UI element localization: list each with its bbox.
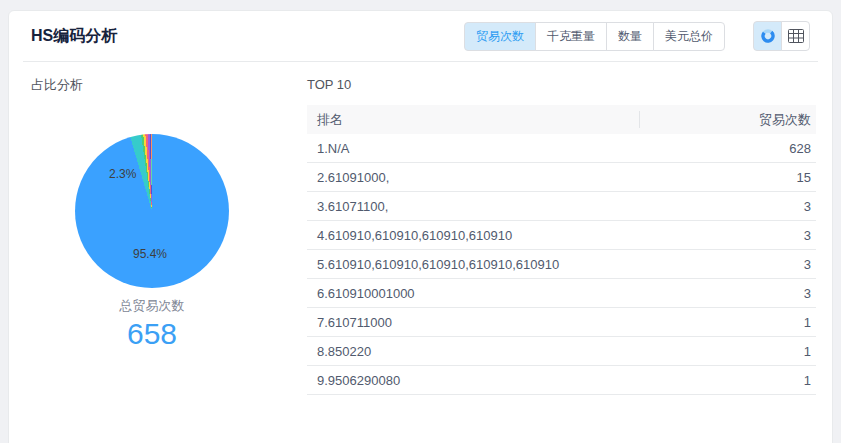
cell-trade-count: 1 <box>639 344 816 359</box>
total-trades-label: 总贸易次数 <box>75 297 229 315</box>
table-row: 3.61071100,3 <box>307 192 816 221</box>
metric-tab[interactable]: 数量 <box>606 22 654 51</box>
cell-rank: 1.N/A <box>307 141 639 156</box>
cell-rank: 8.850220 <box>307 344 639 359</box>
cell-rank: 3.61071100, <box>307 199 639 214</box>
table-row: 4.610910,610910,610910,6109103 <box>307 221 816 250</box>
table-header-row: 排名 贸易次数 <box>307 105 816 134</box>
table-row: 6.6109100010003 <box>307 279 816 308</box>
metric-tab-group: 贸易次数千克重量数量美元总价 <box>464 22 725 51</box>
table-row: 1.N/A628 <box>307 134 816 163</box>
table-row: 8.8502201 <box>307 337 816 366</box>
top10-section-title: TOP 10 <box>307 76 816 94</box>
table-row: 5.610910,610910,610910,610910,6109103 <box>307 250 816 279</box>
cell-rank: 5.610910,610910,610910,610910,610910 <box>307 257 639 272</box>
metric-tab[interactable]: 贸易次数 <box>464 22 536 51</box>
table-row: 7.6107110001 <box>307 308 816 337</box>
cell-trade-count: 15 <box>639 170 816 185</box>
metric-tab[interactable]: 千克重量 <box>535 22 607 51</box>
cell-trade-count: 1 <box>639 315 816 330</box>
metric-tab[interactable]: 美元总价 <box>653 22 725 51</box>
page-title: HS编码分析 <box>31 26 117 47</box>
totals-block: 总贸易次数 658 <box>75 297 229 351</box>
cell-rank: 6.610910001000 <box>307 286 639 301</box>
table-icon <box>788 29 804 43</box>
cell-rank: 4.610910,610910,610910,610910 <box>307 228 639 243</box>
table-row: 9.95062900801 <box>307 366 816 395</box>
table-row: 2.61091000,15 <box>307 163 816 192</box>
pie-chart-icon <box>760 28 776 44</box>
cell-trade-count: 3 <box>639 199 816 214</box>
cell-trade-count: 3 <box>639 257 816 272</box>
column-header-trade-count: 贸易次数 <box>639 111 816 129</box>
pie-chart[interactable] <box>75 134 229 288</box>
top10-table: 排名 贸易次数 1.N/A6282.61091000,153.61071100,… <box>307 105 816 395</box>
pie-chart-area: 2.3% 95.4% <box>75 134 229 288</box>
table-view-button[interactable] <box>781 21 810 51</box>
card-header: HS编码分析 贸易次数千克重量数量美元总价 <box>23 11 818 62</box>
top10-panel: TOP 10 排名 贸易次数 1.N/A6282.61091000,153.61… <box>307 76 816 395</box>
pie-chart-view-button[interactable] <box>753 21 782 51</box>
cell-trade-count: 628 <box>639 141 816 156</box>
column-header-rank: 排名 <box>307 111 639 129</box>
header-controls: 贸易次数千克重量数量美元总价 <box>464 21 810 51</box>
cell-trade-count: 1 <box>639 373 816 388</box>
pie-label-minor: 2.3% <box>109 167 136 181</box>
proportion-section-title: 占比分析 <box>31 76 307 94</box>
table-body: 1.N/A6282.61091000,153.61071100,34.61091… <box>307 134 816 395</box>
cell-rank: 2.61091000, <box>307 170 639 185</box>
cell-trade-count: 3 <box>639 286 816 301</box>
hs-code-analysis-card: HS编码分析 贸易次数千克重量数量美元总价 <box>8 10 833 443</box>
cell-rank: 9.9506290080 <box>307 373 639 388</box>
cell-trade-count: 3 <box>639 228 816 243</box>
total-trades-value: 658 <box>75 317 229 351</box>
proportion-panel: 占比分析 2.3% 95.4% 总贸易次数 658 <box>31 76 307 395</box>
pie-label-major: 95.4% <box>133 247 167 261</box>
cell-rank: 7.610711000 <box>307 315 639 330</box>
view-toggle-group <box>753 21 810 51</box>
card-body: 占比分析 2.3% 95.4% 总贸易次数 658 TOP 10 排名 贸易次数… <box>9 62 832 395</box>
